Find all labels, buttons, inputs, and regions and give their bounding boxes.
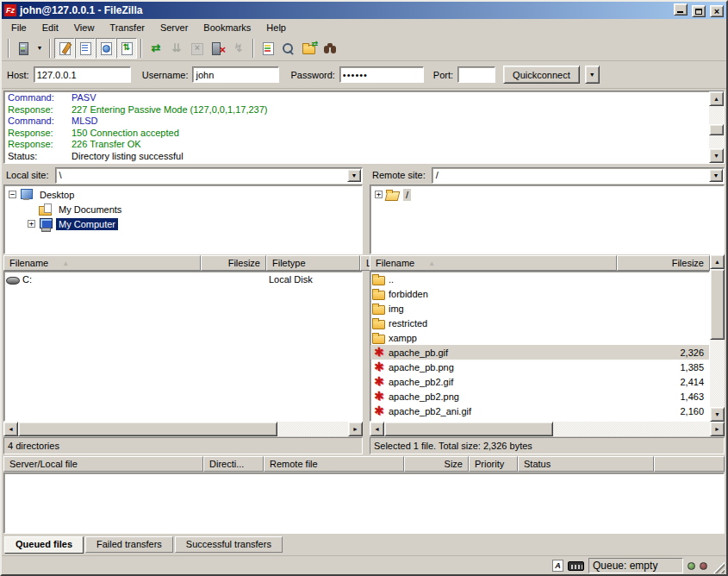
scrollbar-track[interactable] [277,422,348,436]
scroll-right-icon[interactable]: ► [710,422,725,436]
file-row-apache-pb2-ani-gif[interactable]: ✱apache_pb2_ani.gif2,160 [370,404,709,418]
disconnect-button[interactable] [208,38,228,59]
scrollbar-track[interactable] [709,135,724,148]
scrollbar-thumb[interactable] [709,124,724,135]
toggle-transfer-queue-button[interactable] [116,38,137,59]
tree-item-my-documents[interactable]: My Documents [4,202,362,216]
combo-dropdown-button[interactable]: ▼ [347,169,361,182]
close-button[interactable]: × [710,5,724,17]
scroll-up-icon[interactable]: ▲ [709,91,724,106]
cancel-icon [190,41,205,55]
column-header-status[interactable]: Status [518,456,654,472]
column-header-filesize[interactable]: Filesize [201,255,266,271]
host-input[interactable] [34,66,131,83]
file-row--[interactable]: .. [370,272,709,286]
toggle-remote-tree-button[interactable] [96,38,116,59]
filename-text: apache_pb2.png [389,391,459,402]
column-header-filename[interactable]: Filename▲ [3,255,201,271]
disconnect-icon [210,41,226,55]
queue-status-text: Queue: empty [593,560,657,572]
maximize-button[interactable] [692,5,706,17]
scrollbar-track[interactable] [710,340,725,407]
file-row-forbidden[interactable]: forbidden [370,286,709,301]
tab-failed-transfers[interactable]: Failed transfers [85,536,173,553]
remote-vscrollbar[interactable]: ▲ ▼ [710,254,725,422]
toggle-local-tree-button[interactable] [75,38,96,59]
username-input[interactable] [192,66,279,83]
scroll-up-icon[interactable]: ▲ [710,254,725,269]
tab-successful-transfers[interactable]: Successful transfers [175,536,283,553]
file-row-apache-pb-gif[interactable]: ✱apache_pb.gif2,326 [370,345,709,360]
menu-item-bookmarks[interactable]: Bookmarks [196,21,258,34]
tree-item--[interactable]: +/ [370,187,724,202]
scrollbar-track[interactable] [553,422,710,436]
expand-icon[interactable]: + [375,191,383,198]
quickconnect-dropdown-button[interactable]: ▼ [585,66,600,84]
scrollbar-track[interactable] [709,106,724,124]
collapse-icon[interactable]: − [9,191,16,198]
column-header-filetype[interactable]: Filetype [266,255,360,271]
scroll-right-icon[interactable]: ► [348,422,363,436]
message-log-scrollbar[interactable]: ▲ ▼ [709,91,724,163]
site-manager-dropdown-button[interactable]: ▼ [34,38,46,59]
refresh-button[interactable]: ⇄ [146,38,166,59]
tree-item-my-computer[interactable]: +My Computer [4,216,362,231]
scroll-down-icon[interactable]: ▼ [710,407,725,422]
scrollbar-thumb[interactable] [384,422,553,436]
menu-item-edit[interactable]: Edit [34,21,66,34]
minimize-button[interactable] [674,3,688,16]
maximize-icon [695,9,702,15]
transfer-queue: Server/Local fileDirecti...Remote fileSi… [3,456,725,534]
toggle-message-log-button[interactable] [54,38,75,59]
column-header-filesize[interactable]: Filesize [617,255,710,271]
filename-cell: .. [370,272,618,286]
remote-site-combo[interactable]: / ▼ [432,167,725,184]
file-row-xampp[interactable]: xampp [370,330,709,345]
file-row-c-[interactable]: C:Local Disk [4,272,362,286]
menu-item-server[interactable]: Server [152,21,196,34]
titlebar[interactable]: Fz john@127.0.0.1 - FileZilla × [2,2,726,19]
site-manager-button[interactable] [13,38,34,59]
file-row-apache-pb2-gif[interactable]: ✱apache_pb2.gif2,414 [370,374,709,389]
filesize-cell: 2,414 [618,377,709,387]
scroll-left-icon[interactable]: ◄ [370,422,384,436]
find-files-button[interactable] [320,38,340,59]
tree-item-desktop[interactable]: −Desktop [4,187,362,202]
quickconnect-button[interactable]: Quickconnect [503,66,580,84]
file-row-img[interactable]: img [370,301,709,316]
menu-item-help[interactable]: Help [258,21,294,34]
queue-header: Server/Local fileDirecti...Remote fileSi… [3,456,725,472]
column-header-directi-[interactable]: Directi... [203,456,264,472]
filename-cell: xampp [370,331,618,345]
column-header-filename[interactable]: Filename▲ [370,255,617,271]
filter-button[interactable] [258,38,278,59]
menu-item-file[interactable]: File [3,21,34,34]
column-header-remote-file[interactable]: Remote file [264,456,404,472]
local-hscrollbar[interactable]: ◄ ► [3,422,363,436]
scroll-left-icon[interactable]: ◄ [3,422,18,436]
scroll-down-icon[interactable]: ▼ [709,148,724,163]
log-line-label: Command: [8,116,72,128]
file-row-apache-pb2-png[interactable]: ✱apache_pb2.png1,463 [370,389,709,404]
file-row-apache-pb-png[interactable]: ✱apache_pb.png1,385 [370,360,709,374]
password-input[interactable] [339,66,424,83]
scrollbar-thumb[interactable] [18,422,277,436]
menu-item-transfer[interactable]: Transfer [102,21,152,34]
sync-browsing-button[interactable]: ⇄ [299,38,320,59]
remote-hscrollbar[interactable]: ◄ ► [370,422,725,436]
file-row-restricted[interactable]: restricted [370,316,709,330]
scrollbar-thumb[interactable] [710,269,725,340]
compare-directories-button[interactable] [278,38,299,59]
column-header-priority[interactable]: Priority [469,456,518,472]
resize-grip[interactable] [712,560,725,573]
column-header-server-local-file[interactable]: Server/Local file [3,456,203,472]
menu-item-view[interactable]: View [66,21,103,34]
local-site-combo[interactable]: \ ▼ [55,167,363,184]
column-header-size[interactable]: Size [404,456,469,472]
port-input[interactable] [457,66,495,83]
tab-queued-files[interactable]: Queued files [4,536,84,554]
expand-icon[interactable]: + [28,220,35,228]
tree-item-label: My Documents [56,203,124,216]
combo-dropdown-button[interactable]: ▼ [709,169,723,182]
image-file-icon: ✱ [372,375,386,389]
